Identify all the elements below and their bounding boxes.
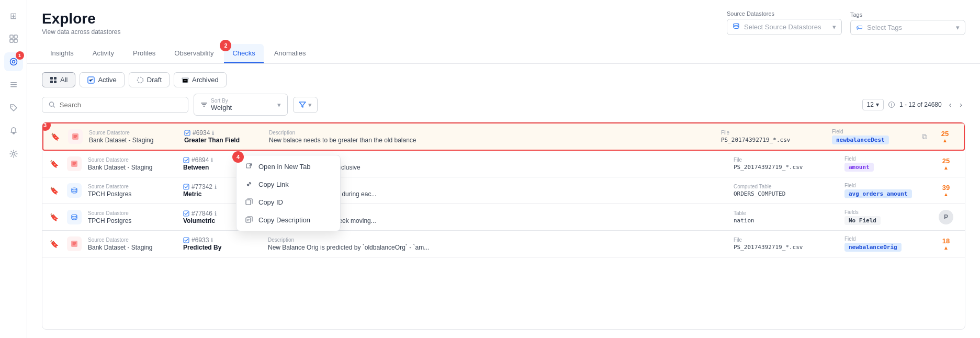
- tag-filter-icon: 🏷: [856, 24, 863, 31]
- source-column: Source Datastore TPCH Postgres: [88, 210, 177, 224]
- svg-point-11: [734, 24, 739, 26]
- check-checkbox-icon: [184, 130, 190, 136]
- svg-rect-26: [246, 200, 251, 205]
- file-column: Table nation: [734, 210, 838, 224]
- title-section: Explore View data across datastores: [42, 10, 121, 36]
- score-badge: 39 ▲: [934, 184, 958, 197]
- page-subtitle: View data across datastores: [42, 28, 121, 36]
- tag-icon[interactable]: [4, 98, 23, 117]
- tags-chevron-icon: ▾: [956, 24, 960, 31]
- tab-insights[interactable]: Insights: [42, 44, 82, 63]
- tab-activity[interactable]: Activity: [84, 44, 122, 63]
- prev-page-button[interactable]: ‹: [946, 99, 955, 110]
- svg-rect-8: [10, 86, 17, 87]
- filter-bar: All Active Draft Archived: [42, 72, 965, 87]
- step-4-badge: 4: [232, 151, 244, 163]
- tab-checks[interactable]: Checks 2: [224, 44, 263, 63]
- filter-archived-button[interactable]: Archived: [174, 72, 227, 87]
- nav-tabs: Insights Activity Profiles Observability…: [42, 44, 965, 63]
- field-column: Field newbalanceDest: [832, 129, 916, 144]
- search-row: Sort By Weight ▾ ▾ 12 ▾ 1 - 12 of 24680 …: [42, 94, 965, 116]
- copy-id-label: Copy ID: [258, 198, 283, 206]
- svg-point-28: [72, 188, 77, 190]
- page-header: Explore View data across datastores Sour…: [27, 0, 980, 64]
- check-info-icon[interactable]: ℹ: [215, 184, 217, 190]
- check-info-icon[interactable]: ℹ: [211, 157, 213, 164]
- check-info-icon[interactable]: ℹ: [215, 210, 217, 217]
- next-page-button[interactable]: ›: [956, 99, 965, 110]
- list-icon[interactable]: [4, 75, 23, 94]
- header-filters: Source Datastores Select Source Datastor…: [727, 10, 965, 35]
- filter-active-button[interactable]: Active: [80, 72, 124, 87]
- open-new-tab-label: Open in New Tab: [258, 163, 311, 171]
- copy-id-item[interactable]: Copy ID: [236, 193, 340, 211]
- step-3-badge: 3: [42, 122, 51, 131]
- context-menu: 4 Open in New Tab Copy Link: [236, 155, 341, 231]
- filter-button[interactable]: ▾: [293, 97, 318, 113]
- svg-rect-3: [14, 39, 17, 42]
- svg-rect-1: [14, 35, 17, 38]
- tab-observability[interactable]: Observability: [166, 44, 222, 63]
- tab-anomalies[interactable]: Anomalies: [266, 44, 314, 63]
- source-datastore-select[interactable]: Select Source Datastores ▾: [727, 19, 842, 35]
- bookmark-icon[interactable]: 🔖: [50, 160, 59, 168]
- source-column: Source Datastore Bank Dataset - Staging: [88, 157, 177, 171]
- search-input[interactable]: [60, 101, 182, 109]
- pagination-text: 1 - 12 of 24680: [899, 101, 942, 108]
- file-column: File PS_20174392719_*.csv: [721, 130, 826, 143]
- dashboard-icon[interactable]: [4, 29, 23, 48]
- field-badge: newbalanceDest: [832, 136, 889, 144]
- search-icon: [49, 101, 55, 108]
- copy-link-item[interactable]: Copy Link: [236, 175, 340, 193]
- source-chevron-icon: ▾: [832, 23, 836, 31]
- copy-button[interactable]: ⧉: [922, 132, 927, 141]
- score-badge: P: [934, 210, 958, 224]
- check-info-icon[interactable]: ℹ: [211, 237, 213, 244]
- source-column: Source Datastore Bank Dataset - Staging: [88, 237, 177, 251]
- field-badge: avg_orders_amount: [844, 189, 912, 198]
- bookmark-icon[interactable]: 🔖: [50, 213, 59, 221]
- svg-rect-18: [182, 78, 188, 79]
- svg-rect-15: [54, 81, 57, 83]
- settings-icon[interactable]: [4, 144, 23, 163]
- main-content: Explore View data across datastores Sour…: [27, 0, 980, 338]
- bookmark-icon[interactable]: 🔖: [50, 186, 59, 195]
- svg-rect-14: [50, 81, 53, 83]
- check-info-icon[interactable]: ℹ: [212, 130, 214, 137]
- table-row: 🔖 Source Datastore TPCH Postgres #77846 …: [42, 204, 965, 231]
- tags-filter: Tags 🏷 Select Tags ▾: [850, 12, 965, 35]
- sidebar: ⊞ 1: [0, 0, 27, 338]
- check-checkbox-icon: [183, 157, 189, 163]
- grid-icon[interactable]: ⊞: [4, 6, 23, 25]
- source-select-text: Select Source Datastores: [744, 23, 821, 31]
- copy-id-icon: [245, 198, 253, 206]
- copy-description-item[interactable]: Copy Description: [236, 211, 340, 229]
- field-column: Field avg_orders_amount: [844, 183, 928, 198]
- tab-profiles[interactable]: Profiles: [125, 44, 164, 63]
- tags-select[interactable]: 🏷 Select Tags ▾: [850, 20, 965, 35]
- filter-draft-button[interactable]: Draft: [129, 72, 170, 87]
- bookmark-icon[interactable]: 🔖: [51, 132, 60, 141]
- bookmark-icon[interactable]: 🔖: [50, 240, 59, 248]
- sort-labels: Sort By Weight: [211, 98, 232, 111]
- open-new-tab-item[interactable]: Open in New Tab: [236, 157, 340, 175]
- sort-by-select[interactable]: Sort By Weight ▾: [194, 94, 288, 116]
- svg-point-5: [12, 61, 15, 63]
- score-badge: 18 ▲: [934, 237, 958, 251]
- page-size-select[interactable]: 12 ▾: [862, 99, 884, 110]
- field-column: Fields No Field: [844, 209, 928, 225]
- check-checkbox-icon: [183, 210, 189, 217]
- page-size-chevron: ▾: [876, 101, 879, 108]
- svg-rect-12: [50, 77, 53, 80]
- checks-table: 3 🔖 Source Datastore Bank Dataset - Stag…: [42, 122, 965, 330]
- filter-all-button[interactable]: All: [42, 72, 75, 87]
- file-column: File PS_20174392719_*.csv: [734, 157, 838, 171]
- search-box[interactable]: [42, 97, 188, 113]
- explore-icon[interactable]: 1: [4, 52, 23, 71]
- page-title: Explore: [42, 10, 121, 27]
- check-checkbox-icon: [183, 184, 189, 190]
- filter-chevron-icon: ▾: [308, 101, 312, 109]
- sort-chevron-icon: ▾: [277, 101, 281, 109]
- datastore-icon: [67, 183, 82, 198]
- bell-icon[interactable]: [4, 121, 23, 140]
